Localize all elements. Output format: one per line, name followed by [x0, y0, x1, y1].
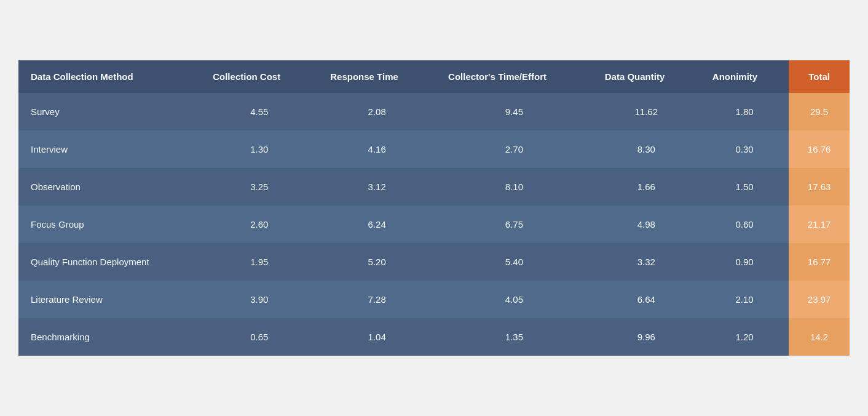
table-row: Survey4.552.089.4511.621.8029.5	[18, 93, 850, 130]
cell-method: Survey	[18, 93, 200, 130]
cell-method: Focus Group	[18, 206, 200, 243]
cell-response_time: 4.16	[318, 130, 436, 168]
cell-response_time: 1.04	[318, 318, 436, 356]
cell-response_time: 7.28	[318, 281, 436, 318]
cell-data_quantity: 11.62	[593, 93, 700, 130]
cell-anonimity: 0.90	[700, 243, 789, 281]
cell-total: 16.76	[789, 130, 850, 168]
table-row: Literature Review3.907.284.056.642.1023.…	[18, 281, 850, 318]
cell-data_quantity: 3.32	[593, 243, 700, 281]
cell-method: Benchmarking	[18, 318, 200, 356]
cell-total: 14.2	[789, 318, 850, 356]
cell-data_quantity: 9.96	[593, 318, 700, 356]
cell-anonimity: 1.80	[700, 93, 789, 130]
cell-method: Quality Function Deployment	[18, 243, 200, 281]
cell-response_time: 5.20	[318, 243, 436, 281]
header-collectors-time: Collector's Time/Effort	[436, 60, 593, 93]
cell-cost: 3.90	[200, 281, 318, 318]
cell-cost: 0.65	[200, 318, 318, 356]
cell-cost: 3.25	[200, 168, 318, 206]
cell-total: 23.97	[789, 281, 850, 318]
cell-collectors_time: 5.40	[436, 243, 593, 281]
table-row: Quality Function Deployment1.955.205.403…	[18, 243, 850, 281]
table-row: Focus Group2.606.246.754.980.6021.17	[18, 206, 850, 243]
header-total: Total	[789, 60, 850, 93]
cell-data_quantity: 8.30	[593, 130, 700, 168]
cell-anonimity: 2.10	[700, 281, 789, 318]
cell-total: 29.5	[789, 93, 850, 130]
cell-response_time: 2.08	[318, 93, 436, 130]
data-collection-table: Data Collection Method Collection Cost R…	[18, 60, 850, 356]
cell-total: 21.17	[789, 206, 850, 243]
cell-cost: 2.60	[200, 206, 318, 243]
header-method: Data Collection Method	[18, 60, 200, 93]
cell-data_quantity: 1.66	[593, 168, 700, 206]
header-data-quantity: Data Quantity	[593, 60, 700, 93]
cell-collectors_time: 9.45	[436, 93, 593, 130]
cell-anonimity: 0.30	[700, 130, 789, 168]
cell-total: 16.77	[789, 243, 850, 281]
cell-method: Interview	[18, 130, 200, 168]
cell-collectors_time: 6.75	[436, 206, 593, 243]
cell-method: Observation	[18, 168, 200, 206]
cell-anonimity: 1.20	[700, 318, 789, 356]
header-anonimity: Anonimity	[700, 60, 789, 93]
cell-cost: 1.30	[200, 130, 318, 168]
cell-data_quantity: 4.98	[593, 206, 700, 243]
cell-anonimity: 1.50	[700, 168, 789, 206]
cell-data_quantity: 6.64	[593, 281, 700, 318]
cell-collectors_time: 1.35	[436, 318, 593, 356]
table-wrapper: Data Collection Method Collection Cost R…	[0, 48, 868, 368]
cell-collectors_time: 4.05	[436, 281, 593, 318]
header-row: Data Collection Method Collection Cost R…	[18, 60, 850, 93]
header-response-time: Response Time	[318, 60, 436, 93]
cell-total: 17.63	[789, 168, 850, 206]
cell-cost: 1.95	[200, 243, 318, 281]
cell-response_time: 6.24	[318, 206, 436, 243]
cell-response_time: 3.12	[318, 168, 436, 206]
cell-cost: 4.55	[200, 93, 318, 130]
table-row: Benchmarking0.651.041.359.961.2014.2	[18, 318, 850, 356]
table-row: Interview1.304.162.708.300.3016.76	[18, 130, 850, 168]
header-cost: Collection Cost	[200, 60, 318, 93]
cell-collectors_time: 8.10	[436, 168, 593, 206]
cell-collectors_time: 2.70	[436, 130, 593, 168]
table-row: Observation3.253.128.101.661.5017.63	[18, 168, 850, 206]
cell-method: Literature Review	[18, 281, 200, 318]
cell-anonimity: 0.60	[700, 206, 789, 243]
